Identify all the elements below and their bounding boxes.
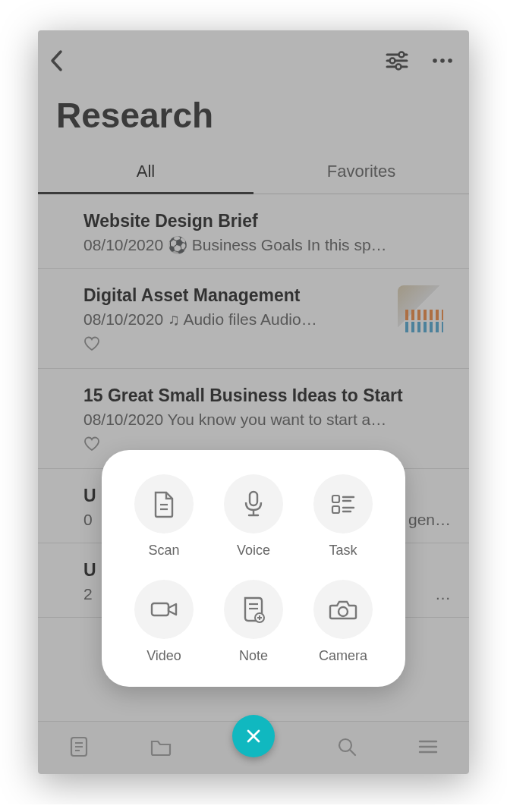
action-label: Task — [329, 543, 357, 559]
document-icon — [68, 735, 90, 758]
search-icon — [336, 736, 357, 757]
action-label: Video — [146, 648, 181, 664]
close-fab[interactable] — [232, 715, 275, 757]
svg-line-14 — [350, 750, 355, 755]
action-camera[interactable]: Camera — [302, 580, 384, 664]
soccer-icon: ⚽ — [168, 236, 187, 253]
more-button[interactable] — [431, 57, 454, 65]
svg-rect-23 — [332, 496, 339, 502]
page-title: Research — [38, 76, 469, 151]
chevron-left-icon — [49, 49, 65, 72]
back-button[interactable] — [49, 49, 65, 72]
svg-rect-26 — [332, 506, 339, 513]
item-subtitle: 08/10/2020 You know you want to start a… — [83, 411, 451, 429]
action-label: Scan — [148, 543, 179, 559]
action-label: Camera — [319, 648, 367, 664]
action-scan[interactable]: Scan — [123, 474, 205, 559]
menu-icon — [417, 738, 439, 755]
folder-icon — [150, 737, 172, 757]
list-item[interactable]: Digital Asset Management 08/10/2020 ♫ Au… — [38, 269, 469, 369]
camera-icon — [329, 598, 357, 621]
list-item[interactable]: Website Design Brief 08/10/2020 ⚽ Busine… — [38, 194, 469, 269]
scan-icon — [151, 489, 177, 518]
action-label: Voice — [237, 543, 270, 559]
create-action-sheet: Scan Voice Task Video Note — [102, 450, 405, 687]
tab-all[interactable]: All — [38, 151, 254, 194]
favorite-indicator[interactable] — [83, 336, 451, 354]
close-icon — [245, 728, 262, 744]
video-icon — [149, 599, 179, 620]
filter-button[interactable] — [386, 51, 408, 71]
microphone-icon — [242, 489, 265, 519]
item-subtitle: 08/10/2020 ⚽ Business Goals In this sp… — [83, 236, 451, 254]
svg-rect-29 — [152, 603, 168, 615]
note-add-icon — [241, 595, 266, 624]
task-list-icon — [329, 492, 357, 516]
action-note[interactable]: Note — [213, 580, 294, 664]
music-note-icon: ♫ — [168, 310, 180, 328]
svg-point-8 — [448, 58, 452, 63]
action-label: Note — [239, 648, 268, 664]
action-video[interactable]: Video — [123, 580, 205, 664]
svg-point-7 — [440, 58, 445, 63]
action-voice[interactable]: Voice — [213, 474, 294, 559]
nav-search[interactable] — [336, 736, 357, 760]
nav-folders[interactable] — [150, 737, 172, 760]
svg-point-3 — [390, 58, 395, 64]
nav-menu[interactable] — [417, 738, 439, 758]
svg-point-5 — [396, 65, 402, 70]
item-title: Website Design Brief — [83, 211, 451, 231]
svg-point-6 — [433, 58, 437, 63]
tab-favorites[interactable]: Favorites — [254, 151, 469, 194]
svg-rect-20 — [250, 492, 257, 505]
nav-notes[interactable] — [68, 735, 90, 761]
item-title: 15 Great Small Business Ideas to Start — [83, 386, 451, 406]
svg-point-1 — [399, 52, 405, 58]
tabs: All Favorites — [38, 151, 469, 194]
more-horizontal-icon — [431, 57, 454, 65]
svg-point-35 — [339, 607, 348, 616]
heart-icon — [83, 336, 100, 351]
item-title: Digital Asset Management — [83, 285, 451, 306]
sliders-icon — [386, 51, 408, 71]
item-thumbnail — [398, 285, 451, 338]
action-task[interactable]: Task — [302, 474, 384, 559]
item-subtitle: 08/10/2020 ♫ Audio files Audio… — [83, 310, 451, 329]
heart-icon — [83, 436, 100, 452]
